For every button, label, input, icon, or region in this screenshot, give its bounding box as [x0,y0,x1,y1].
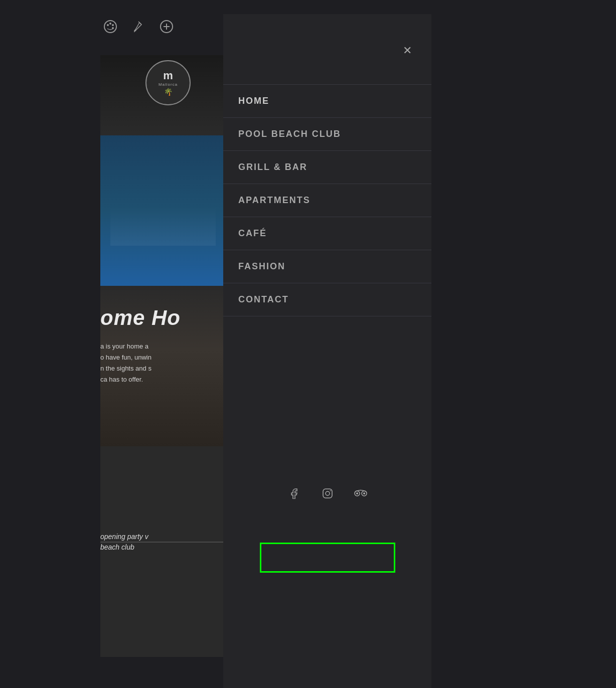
opening-text-overlay: opening party v beach club [100,532,148,553]
nav-item-home[interactable]: HOME [223,84,431,118]
nav-item-grill-bar[interactable]: GRILL & BAR [223,151,431,184]
svg-rect-6 [323,489,332,498]
close-button[interactable]: ✕ [398,42,416,60]
facebook-icon[interactable] [285,484,303,502]
desc-line1: a is your home a [100,342,148,350]
description-overlay: a is your home a o have fun, unwin n the… [100,341,221,385]
nav-item-contact[interactable]: CONTACT [223,283,431,316]
nav-item-fashion[interactable]: FASHION [223,250,431,283]
social-links [223,474,431,512]
nav-menu: HOME POOL BEACH CLUB GRILL & BAR APARTME… [223,84,431,316]
toolbar [100,14,426,39]
svg-point-11 [356,492,358,494]
logo-letter: m [163,70,173,81]
svg-point-1 [107,24,109,26]
nav-item-cafe[interactable]: CAFÉ [223,217,431,250]
tripadvisor-icon[interactable] [352,484,370,502]
add-icon[interactable] [157,17,177,37]
green-cta-button[interactable] [260,543,395,573]
pen-icon[interactable] [128,17,148,37]
desc-line4: ca has to offer. [100,376,143,383]
svg-point-8 [330,490,331,491]
desc-line3: n the sights and s [100,365,151,372]
svg-point-0 [104,21,116,33]
nav-item-apartments[interactable]: APARTMENTS [223,184,431,217]
home-heading-overlay: ome Ho [100,306,181,330]
svg-point-3 [112,24,114,26]
opening-line1: opening party v [100,533,148,541]
pool-chairs [110,206,216,246]
nav-item-pool-beach-club[interactable]: POOL BEACH CLUB [223,118,431,151]
logo-subtitle: Mallorca [159,82,178,87]
instagram-icon[interactable] [319,484,337,502]
palette-icon[interactable] [100,17,120,37]
nav-panel: ✕ HOME POOL BEACH CLUB GRILL & BAR APART… [223,14,431,688]
svg-point-7 [326,491,330,495]
svg-point-2 [109,23,111,25]
logo-palm-icon: 🌴 [164,88,173,96]
desc-line2: o have fun, unwin [100,354,151,361]
svg-point-12 [363,492,365,494]
logo[interactable]: m Mallorca 🌴 [145,60,191,105]
opening-line2: beach club [100,543,134,551]
